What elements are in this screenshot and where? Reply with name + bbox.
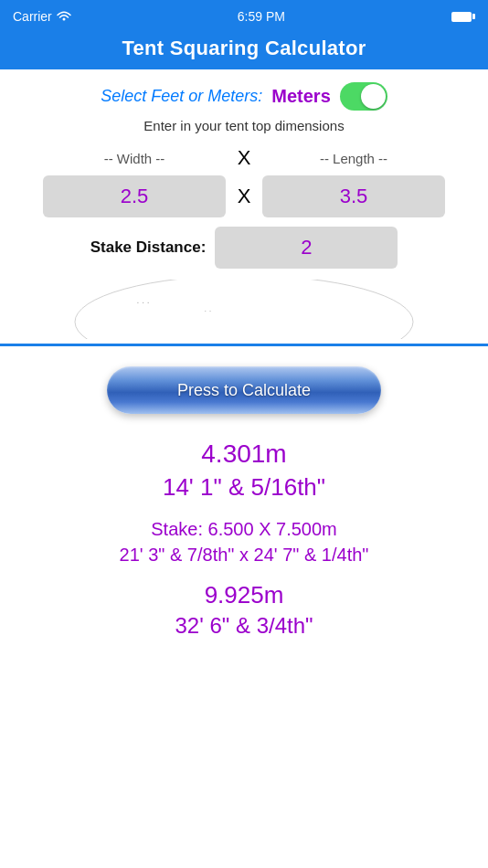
- carrier-label: Carrier: [13, 9, 71, 24]
- status-bar: Carrier 6:59 PM: [0, 0, 488, 33]
- result-stake-meters: Stake: 6.500 X 7.500m: [18, 516, 470, 542]
- stake-input[interactable]: [215, 227, 398, 269]
- unit-toggle[interactable]: [340, 82, 387, 111]
- result-final-meters: 9.925m: [18, 580, 470, 611]
- app-title: Tent Squaring Calculator: [0, 37, 488, 60]
- width-label: -- Width --: [43, 151, 226, 166]
- length-input[interactable]: [262, 175, 445, 217]
- stake-row: Stake Distance:: [18, 227, 470, 269]
- battery-icon: [451, 12, 475, 22]
- button-area: Press to Calculate: [0, 346, 488, 430]
- x-separator: X: [226, 146, 262, 170]
- stake-label: Stake Distance:: [90, 238, 207, 257]
- result-diagonal-feet: 14' 1" & 5/16th": [18, 472, 470, 503]
- unit-select-value: Meters: [271, 86, 330, 107]
- time-label: 6:59 PM: [238, 9, 285, 24]
- result-stake-feet: 21' 3" & 7/8th" x 24' 7" & 1/4th": [18, 542, 470, 567]
- dimension-labels-row: -- Width -- X -- Length --: [18, 146, 470, 170]
- calculate-button[interactable]: Press to Calculate: [107, 366, 381, 414]
- toggle-thumb: [361, 84, 386, 109]
- svg-point-0: [75, 280, 413, 339]
- carrier-text: Carrier: [13, 9, 52, 24]
- result-final-feet: 32' 6" & 3/4th": [18, 611, 470, 640]
- curve-graphic: . . . . .: [18, 280, 470, 344]
- toggle-track: [340, 82, 387, 111]
- wifi-icon: [57, 11, 71, 22]
- main-content: Select Feet or Meters: Meters Enter in y…: [0, 69, 488, 344]
- unit-select-label: Select Feet or Meters:: [101, 87, 262, 106]
- length-label: -- Length --: [262, 151, 445, 166]
- x-separator-2: X: [226, 185, 262, 208]
- subtitle-text: Enter in your tent top dimensions: [18, 118, 470, 133]
- curve-svg: . . . . .: [18, 280, 470, 339]
- unit-select-row: Select Feet or Meters: Meters: [18, 82, 470, 111]
- svg-text:. . .: . . .: [137, 295, 150, 305]
- width-input[interactable]: [43, 175, 226, 217]
- svg-text:. .: . .: [205, 304, 212, 313]
- dimension-inputs-row: X: [18, 175, 470, 217]
- title-bar: Tent Squaring Calculator: [0, 33, 488, 69]
- results-area: 4.301m 14' 1" & 5/16th" Stake: 6.500 X 7…: [0, 430, 488, 658]
- result-diagonal-meters: 4.301m: [18, 438, 470, 471]
